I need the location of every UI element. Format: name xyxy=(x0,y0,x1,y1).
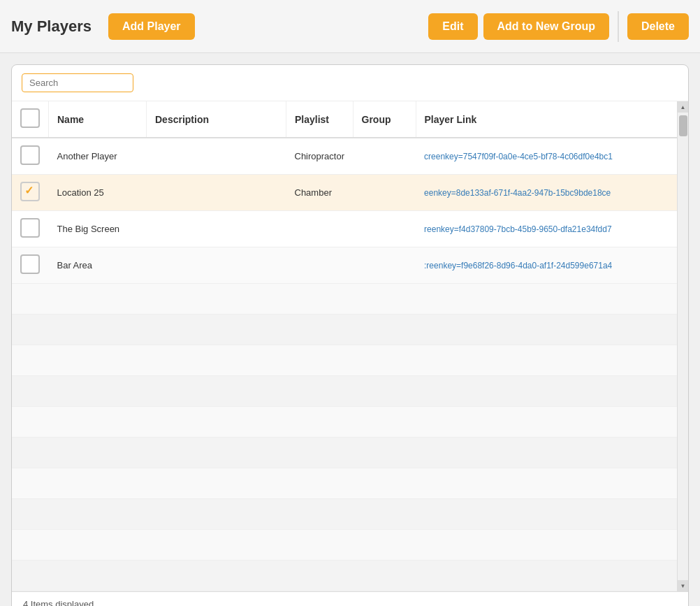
row-group xyxy=(353,247,416,284)
table-row: Another PlayerChiropractorcreenkey=7547f… xyxy=(12,138,677,175)
table-row: The Big Screenreenkey=f4d37809-7bcb-45b9… xyxy=(12,211,677,247)
empty-row xyxy=(12,530,677,561)
table-scroll-area: Name Description Playlist Group Player L… xyxy=(12,101,677,591)
header-actions: Edit Add to New Group Delete xyxy=(428,11,689,42)
col-header-playlist: Playlist xyxy=(286,101,353,138)
select-all-checkbox[interactable] xyxy=(20,108,40,128)
empty-row xyxy=(12,376,677,407)
row-name: Location 25 xyxy=(49,175,147,211)
add-player-button[interactable]: Add Player xyxy=(108,13,195,40)
row-description xyxy=(147,247,286,284)
row-player-link[interactable]: eenkey=8de133af-671f-4aa2-947b-15bc9bde1… xyxy=(416,175,677,211)
button-divider xyxy=(618,11,619,42)
row-group xyxy=(353,211,416,247)
empty-row xyxy=(12,499,677,530)
empty-row xyxy=(12,284,677,315)
players-table: Name Description Playlist Group Player L… xyxy=(12,101,677,591)
add-to-new-group-button[interactable]: Add to New Group xyxy=(483,13,609,40)
table-row: Location 25Chambereenkey=8de133af-671f-4… xyxy=(12,175,677,211)
empty-row xyxy=(12,345,677,376)
empty-row xyxy=(12,561,677,591)
row-player-link[interactable]: creenkey=7547f09f-0a0e-4ce5-bf78-4c06df0… xyxy=(416,138,677,175)
edit-button[interactable]: Edit xyxy=(428,13,477,40)
row-checkbox-3[interactable] xyxy=(20,218,40,238)
col-header-name: Name xyxy=(49,101,147,138)
col-header-group: Group xyxy=(353,101,416,138)
row-player-link[interactable]: reenkey=f4d37809-7bcb-45b9-9650-dfa21e34… xyxy=(416,211,677,247)
row-description xyxy=(147,138,286,175)
empty-row xyxy=(12,438,677,468)
scrollbar-down-arrow[interactable]: ▼ xyxy=(678,580,689,591)
row-description xyxy=(147,175,286,211)
items-displayed-count: 4 Items displayed xyxy=(23,599,94,606)
col-header-player-link: Player Link xyxy=(416,101,677,138)
row-playlist: Chamber xyxy=(286,175,353,211)
table-wrapper: Name Description Playlist Group Player L… xyxy=(12,101,688,591)
empty-row xyxy=(12,407,677,438)
table-body: Another PlayerChiropractorcreenkey=7547f… xyxy=(12,138,677,591)
empty-row xyxy=(12,468,677,499)
scrollbar-up-arrow[interactable]: ▲ xyxy=(678,101,689,113)
search-bar xyxy=(12,65,688,101)
table-footer: 4 Items displayed xyxy=(12,591,688,606)
row-player-link[interactable]: :reenkey=f9e68f26-8d96-4da0-af1f-24d599e… xyxy=(416,247,677,284)
table-container: Name Description Playlist Group Player L… xyxy=(11,64,689,606)
row-playlist xyxy=(286,211,353,247)
col-header-description: Description xyxy=(147,101,286,138)
page-title: My Players xyxy=(11,17,92,36)
row-name: Bar Area xyxy=(49,247,147,284)
col-header-check xyxy=(12,101,49,138)
row-checkbox-1[interactable] xyxy=(20,145,40,165)
page-header: My Players Add Player Edit Add to New Gr… xyxy=(0,0,700,53)
table-row: Bar Area:reenkey=f9e68f26-8d96-4da0-af1f… xyxy=(12,247,677,284)
header-row: Name Description Playlist Group Player L… xyxy=(12,101,677,138)
row-group xyxy=(353,175,416,211)
row-checkbox-4[interactable] xyxy=(20,254,40,274)
scrollbar-thumb[interactable] xyxy=(679,115,687,136)
search-input[interactable] xyxy=(22,73,133,92)
table-header: Name Description Playlist Group Player L… xyxy=(12,101,677,138)
main-content: Name Description Playlist Group Player L… xyxy=(0,53,700,606)
row-playlist xyxy=(286,247,353,284)
empty-row xyxy=(12,315,677,345)
scrollbar-track: ▲ ▼ xyxy=(677,101,688,591)
row-playlist: Chiropractor xyxy=(286,138,353,175)
delete-button[interactable]: Delete xyxy=(627,13,689,40)
row-group xyxy=(353,138,416,175)
row-description xyxy=(147,211,286,247)
row-checkbox-2[interactable] xyxy=(20,182,40,201)
row-name: Another Player xyxy=(49,138,147,175)
row-name: The Big Screen xyxy=(49,211,147,247)
